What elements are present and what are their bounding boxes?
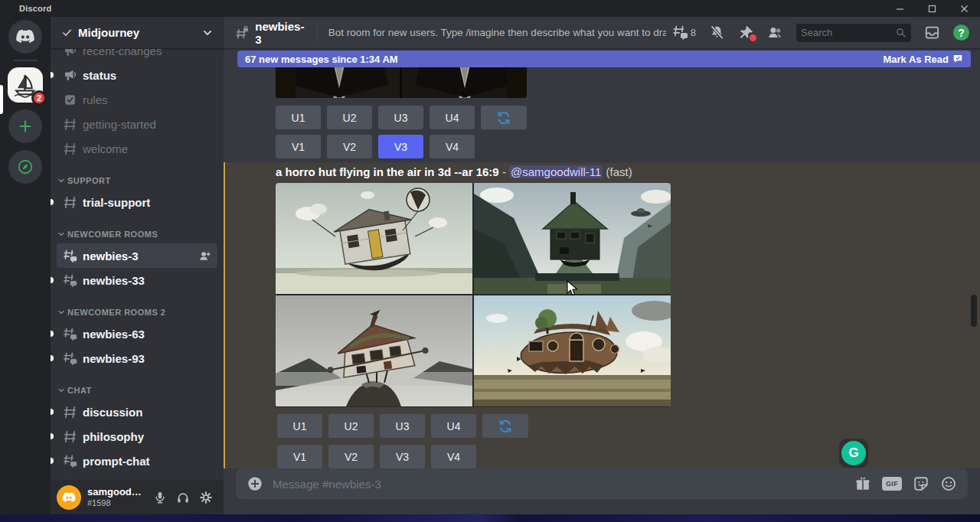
user-mention[interactable]: @samgoodwill-11 [509,165,603,178]
window-close-button[interactable] [948,0,980,17]
image-airship-house[interactable] [474,295,671,406]
selected-server-pill [0,85,3,114]
message-input-bar[interactable]: GIF [236,468,968,499]
sidebar-item-partial[interactable] [57,473,217,480]
sidebar-item-newbies-33[interactable]: newbies-33 [57,268,217,292]
hash-thread-icon [63,454,77,468]
v2-button[interactable]: V2 [328,445,374,468]
gif-picker-button[interactable]: GIF [882,477,902,491]
category-support[interactable]: SUPPORT [57,171,217,190]
image-valley-house[interactable] [474,183,671,294]
balloon-house-art [276,183,472,294]
create-invite-icon[interactable] [198,250,211,263]
server-icon-midjourney[interactable]: 2 [8,67,43,103]
sidebar-item-newbies-3[interactable]: newbies-3 [57,243,217,268]
attach-plus-icon[interactable] [247,475,263,492]
u2-button[interactable]: U2 [328,414,374,438]
v3-button[interactable]: V3 [380,445,425,468]
sidebar-item-rules[interactable]: rules [57,87,217,112]
v4-button[interactable]: V4 [431,445,476,468]
search-input[interactable] [801,27,895,38]
sticker-picker-button[interactable] [913,475,929,492]
gift-button[interactable] [854,475,871,492]
message-input[interactable] [273,478,845,491]
members-icon [767,24,783,41]
reroll-button[interactable] [481,106,527,129]
avatar[interactable] [57,485,81,510]
sidebar-item-prompt-chat[interactable]: prompt-chat [57,449,217,473]
help-button[interactable]: ? [953,24,969,41]
category-newcomer-rooms[interactable]: NEWCOMER ROOMS [57,225,217,243]
os-taskbar[interactable] [0,514,980,522]
message-scroller[interactable]: 67 new messages since 1:34 AM Mark As Re… [224,49,980,468]
grammarly-widget[interactable]: G [839,439,868,468]
v2-button[interactable]: V2 [327,135,372,158]
server-header[interactable]: Midjourney [51,17,224,49]
user-settings-button[interactable] [194,486,217,509]
v1-button[interactable]: V1 [277,445,322,468]
channel-label: newbies-33 [83,274,145,287]
channel-list: recent-changes status rules getting-star… [51,49,224,480]
chevron-down-icon [57,230,65,238]
hash-icon [63,117,77,132]
v4-button[interactable]: V4 [430,135,475,158]
u1-button[interactable]: U1 [277,414,322,438]
new-pins-dot [750,34,756,41]
threads-button[interactable]: 8 [672,24,696,41]
variation-button-row: V1 V2 V3 V4 [276,135,980,158]
server-rail: 2 [0,17,51,514]
u1-button[interactable]: U1 [276,106,321,129]
user-discriminator: #1598 [87,498,142,507]
add-server-button[interactable] [8,109,42,143]
search-box[interactable] [796,24,911,42]
window-maximize-button[interactable] [916,0,948,17]
sidebar-item-newbies-93[interactable]: newbies-93 [57,346,217,370]
prompt-separator: - [502,165,506,178]
sidebar-item-status[interactable]: status [57,63,217,87]
deafen-button[interactable] [172,486,194,509]
v3-button-active[interactable]: V3 [378,135,423,158]
u3-button[interactable]: U3 [378,106,423,129]
emoji-picker-button[interactable] [940,475,957,492]
rules-checkbox-icon [63,93,77,107]
mark-as-read-button[interactable]: Mark As Read [884,54,964,65]
chat-scrollbar-thumb[interactable] [971,295,977,327]
sidebar-item-discussion[interactable]: discussion [57,400,217,424]
explore-servers-button[interactable] [8,150,42,184]
home-button[interactable] [8,20,42,54]
window-minimize-button[interactable] [884,0,916,17]
category-chat[interactable]: CHAT [57,381,217,400]
sidebar-item-newbies-63[interactable]: newbies-63 [57,321,217,346]
pinned-messages-button[interactable] [738,24,754,41]
mute-mic-button[interactable] [149,486,172,509]
u2-button[interactable]: U2 [327,106,372,129]
hash-thread-icon [63,351,77,366]
composer: GIF [224,468,980,514]
inbox-icon [924,24,940,41]
v1-button[interactable]: V1 [276,135,321,158]
u3-button[interactable]: U3 [380,414,425,438]
member-list-button[interactable] [767,24,783,41]
u4-button[interactable]: U4 [430,106,475,129]
sidebar-item-recent-changes[interactable]: recent-changes [57,49,217,63]
plus-icon [17,118,34,135]
category-newcomer-rooms-2[interactable]: NEWCOMER ROOMS 2 [57,303,217,321]
sidebar-item-philosophy[interactable]: philosophy [57,424,217,449]
discord-logo-icon [15,26,36,47]
sidebar-item-getting-started[interactable]: getting-started [57,112,217,136]
reroll-button[interactable] [482,414,528,438]
notification-settings-button[interactable] [709,24,725,41]
minimize-icon [896,5,904,13]
sidebar-item-welcome[interactable]: welcome [57,136,217,161]
u4-button[interactable]: U4 [431,414,476,438]
generated-image-grid[interactable] [276,183,671,407]
message-previous: U1 U2 U3 U4 V1 V2 V3 V4 [224,52,980,158]
category-label: NEWCOMER ROOMS 2 [67,308,165,317]
new-messages-bar[interactable]: 67 new messages since 1:34 AM Mark As Re… [237,51,971,67]
image-crooked-house[interactable] [276,295,472,406]
image-balloon-house[interactable] [276,183,472,294]
sidebar-item-trial-support[interactable]: trial-support [57,190,217,214]
channel-topic[interactable]: Bot room for new users. Type /imagine th… [328,27,666,38]
inbox-button[interactable] [924,24,940,41]
new-messages-text: 67 new messages since 1:34 AM [245,54,398,65]
